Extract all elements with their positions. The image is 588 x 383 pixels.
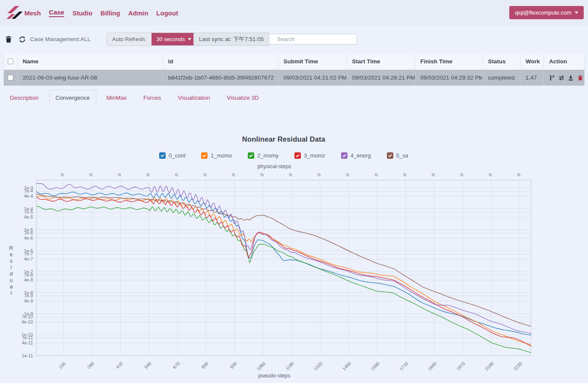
column-name[interactable]: Name — [18, 53, 163, 70]
column-work[interactable]: Work — [520, 53, 544, 70]
nav-link-billing[interactable]: Billing — [101, 9, 120, 17]
legend-item-4_energ[interactable]: 4_energ — [341, 152, 371, 159]
search-input[interactable] — [276, 36, 353, 43]
svg-text:0: 0 — [231, 172, 236, 178]
nav-link-mesh[interactable]: Mesh — [24, 9, 41, 17]
column-id[interactable]: Id — [163, 53, 279, 70]
user-menu-button[interactable]: qiqi@flexcompute.com — [509, 6, 584, 19]
nav-links: Mesh Case Studio Billing Admin Logout — [24, 0, 178, 26]
table-header: Name Id Submit Time Start Time Finish Ti… — [4, 53, 585, 70]
svg-text:7e-6: 7e-6 — [24, 230, 33, 235]
select-all-checkbox[interactable] — [8, 59, 13, 64]
fork-icon[interactable] — [549, 75, 555, 81]
rerun-icon[interactable] — [558, 75, 564, 81]
column-finish-time[interactable]: Finish Time — [415, 53, 483, 70]
svg-text:0: 0 — [316, 172, 322, 178]
legend-label-1_momx[interactable]: 1_momx — [211, 152, 232, 159]
nav-link-admin[interactable]: Admin — [128, 9, 148, 17]
svg-text:670: 670 — [172, 361, 181, 370]
svg-text:1710: 1710 — [398, 361, 409, 371]
svg-text:410: 410 — [115, 361, 124, 370]
nav-link-logout[interactable]: Logout — [156, 9, 178, 17]
tab-visualize-3d[interactable]: Visualize 3D — [220, 90, 265, 106]
legend-checkbox-3_momz[interactable] — [294, 152, 301, 159]
legend-label-3_momz[interactable]: 3_momz — [304, 152, 325, 159]
legend-item-3_momz[interactable]: 3_momz — [294, 152, 325, 159]
auto-refresh-dropdown[interactable]: 30 seconds — [151, 33, 197, 45]
svg-text:1450: 1450 — [341, 361, 352, 371]
legend-label-4_energ[interactable]: 4_energ — [350, 152, 371, 159]
svg-text:0: 0 — [487, 172, 493, 178]
refresh-icon[interactable] — [18, 36, 26, 43]
search-box — [269, 34, 357, 45]
pseudo-steps-axis-label: pseudo-steps — [27, 373, 522, 379]
svg-text:1060: 1060 — [255, 361, 266, 371]
legend-checkbox-4_energ[interactable] — [341, 152, 347, 159]
svg-text:1e-11: 1e-11 — [22, 353, 33, 358]
legend-item-0_cont[interactable]: 0_cont — [159, 152, 185, 159]
svg-text:0: 0 — [259, 172, 265, 178]
download-icon[interactable] — [568, 75, 574, 81]
delete-icon[interactable] — [577, 75, 583, 81]
legend-label-5_sa[interactable]: 5_sa — [396, 152, 408, 159]
legend-item-5_sa[interactable]: 5_sa — [387, 152, 408, 159]
svg-text:540: 540 — [143, 361, 152, 370]
svg-text:1190: 1190 — [284, 361, 295, 371]
trash-icon[interactable] — [5, 36, 12, 43]
tab-visualization[interactable]: Visualization — [171, 90, 217, 106]
case-row[interactable]: 2021-09-03-wing-fuse-AR-08 b641f2eb-1b07… — [4, 70, 585, 86]
legend-checkbox-2_momy[interactable] — [248, 152, 254, 159]
series-line-1_momx — [36, 196, 531, 345]
row-actions — [549, 75, 583, 81]
legend-checkbox-0_cont[interactable] — [159, 152, 166, 159]
auto-refresh-label: Auto Refresh: — [107, 33, 151, 45]
legend-checkbox-5_sa[interactable] — [387, 152, 393, 159]
nav-link-case[interactable]: Case — [49, 9, 64, 17]
nav-link-studio[interactable]: Studio — [72, 9, 92, 17]
svg-text:800: 800 — [200, 361, 209, 370]
svg-text:2230: 2230 — [512, 361, 523, 371]
legend-checkbox-1_momx[interactable] — [201, 152, 208, 159]
legend-label-2_momy[interactable]: 2_momy — [257, 152, 279, 159]
column-status[interactable]: Status — [483, 53, 520, 70]
legend-item-1_momx[interactable]: 1_momx — [201, 152, 232, 159]
svg-text:4e-7: 4e-7 — [24, 256, 33, 261]
svg-text:0: 0 — [402, 172, 407, 178]
cell-id: b641f2eb-1b07-4660-8fd5-39f492807672 — [163, 70, 279, 86]
auto-refresh-value: 30 seconds — [157, 36, 185, 42]
svg-text:0: 0 — [174, 172, 179, 178]
svg-text:0: 0 — [373, 172, 379, 178]
svg-text:0: 0 — [59, 172, 65, 178]
legend-item-2_momy[interactable]: 2_momy — [248, 152, 279, 159]
cell-status: completed — [483, 70, 520, 86]
column-action: Action — [544, 53, 585, 70]
column-submit-time[interactable]: Submit Time — [279, 53, 347, 70]
cell-work: 1.47 — [520, 70, 544, 86]
svg-text:1580: 1580 — [370, 361, 380, 371]
legend-label-0_cont[interactable]: 0_cont — [169, 152, 185, 159]
tab-description[interactable]: Description — [3, 90, 45, 106]
tab-convergence[interactable]: Convergence — [49, 90, 96, 106]
svg-text:0: 0 — [88, 172, 94, 178]
svg-text:7e-11: 7e-11 — [22, 335, 33, 340]
top-navbar: Mesh Case Studio Billing Admin Logout qi… — [0, 0, 588, 26]
tab-minmax[interactable]: MinMax — [100, 90, 133, 106]
svg-text:2100: 2100 — [484, 361, 495, 371]
last-sync-text: Last sync at: 下午7:51:05 — [199, 36, 264, 43]
cell-name: 2021-09-03-wing-fuse-AR-08 — [18, 70, 163, 86]
svg-text:1970: 1970 — [455, 361, 466, 371]
svg-text:150: 150 — [58, 361, 67, 370]
tab-forces[interactable]: Forces — [137, 90, 167, 106]
svg-text:930: 930 — [229, 361, 238, 370]
chevron-down-icon — [575, 12, 578, 14]
svg-text:0: 0 — [202, 172, 208, 178]
column-start-time[interactable]: Start Time — [347, 53, 415, 70]
cell-submit-time: 09/03/2021 04:21:02 PM — [279, 70, 347, 86]
svg-text:7e-5: 7e-5 — [24, 209, 33, 214]
search-icon — [273, 36, 273, 42]
user-email: qiqi@flexcompute.com — [515, 9, 571, 16]
svg-text:4e-6: 4e-6 — [24, 235, 33, 240]
flexcompute-logo[interactable] — [6, 5, 24, 21]
svg-text:1320: 1320 — [313, 361, 324, 371]
row-checkbox[interactable] — [8, 75, 13, 80]
